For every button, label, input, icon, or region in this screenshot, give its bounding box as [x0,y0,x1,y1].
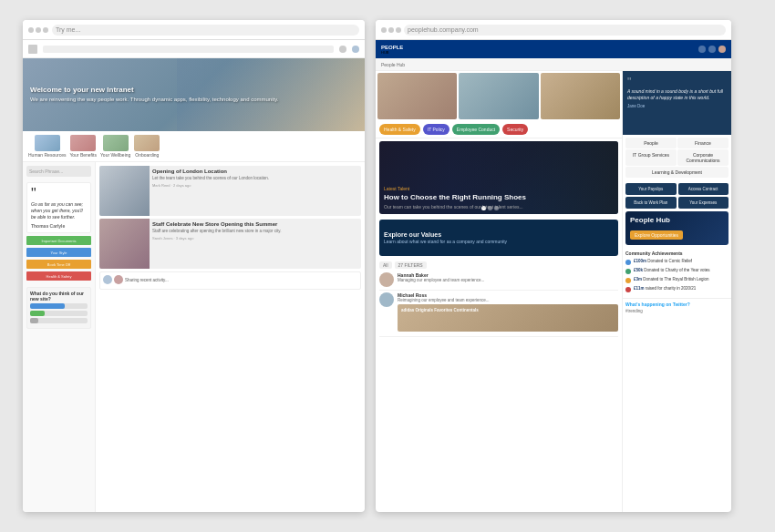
btn-payslips[interactable]: Your Payslips [625,183,677,195]
right-nav-icon-user[interactable] [718,46,726,53]
article-card-1[interactable]: Opening of London Location Let the team … [99,166,361,216]
browser-dot-2 [36,27,41,33]
browser-url[interactable]: Try me... [52,25,359,36]
pill-it-policy[interactable]: IT Policy [423,124,450,135]
left-browser-panel: Try me... Welcome to your new Intranet W… [23,20,365,512]
category-hr[interactable]: Human Resources [28,135,66,158]
feed-item-1: Hannah Baker Managing our employee and t… [379,272,618,291]
btn-important-docs[interactable]: Important Documents [26,236,91,245]
browser-dot-1 [28,27,34,33]
right-browser-panel: peoplehub.company.com PEOPLE HUB People … [376,20,731,512]
feed-avatar-2 [379,292,394,307]
pill-security[interactable]: Security [502,124,528,135]
right-dot-2 [388,27,394,33]
hero-title-block: Welcome to your new Intranet We are rein… [30,86,278,104]
btn-contract[interactable]: Access Contract [678,183,729,195]
nav-link-it[interactable]: IT Group Services [625,149,677,166]
user-icon[interactable] [352,46,359,53]
category-wellbeing[interactable]: Your Wellbeing [100,135,130,158]
right-breadcrumb: People Hub [376,58,731,71]
right-browser-topbar: peoplehub.company.com [376,20,731,40]
quick-action-buttons: Your Payslips Access Contract Back to Wo… [623,180,731,211]
right-center-content: Health & Safety IT Policy Employee Condu… [376,71,622,512]
article-image-2 [99,219,150,269]
social-block-left: Sharing recent activity... [99,271,361,290]
banner-row [376,71,622,121]
category-benefits[interactable]: Your Benefits [69,135,97,158]
nav-link-learning[interactable]: Learning & Development [625,167,728,178]
banner-wellbeing [377,73,457,119]
filter-count[interactable]: 27 FILTERS [395,261,427,269]
people-hub-block[interactable]: People Hub Explore Opportunities [625,211,728,245]
achievement-1: £100m Donated to Comic Relief [625,259,728,265]
achievement-4: £11m raised for charity in 2020/21 [625,286,728,292]
right-dot-3 [396,27,401,33]
banner-benefits [459,73,538,119]
category-row: Human Resources Your Benefits Your Wellb… [23,131,365,162]
right-nav-icon-bell[interactable] [708,46,716,53]
btn-your-style[interactable]: Your Style [26,248,91,257]
left-nav-bar [23,40,365,58]
article-image-1 [99,166,150,216]
nav-link-finance[interactable]: Finance [677,138,728,148]
avatar-sm-1 [103,275,112,284]
left-browser-topbar: Try me... [23,20,365,40]
search-box[interactable]: Search Phrase... [26,166,91,177]
filter-all[interactable]: All [379,261,392,269]
right-nav-icon-search[interactable] [698,46,706,53]
right-dot-1 [381,27,387,33]
article-card-2[interactable]: Staff Celebrate New Store Opening this S… [99,219,361,269]
left-page-content: Welcome to your new Intranet We are rein… [23,58,365,512]
feed-post-image: adidas Originals Favorites Continentals [398,304,618,332]
btn-expenses[interactable]: Your Expenses [678,197,729,209]
category-pills: Health & Safety IT Policy Employee Condu… [376,121,622,138]
achievement-2: £50k Donated to Charity of the Year vote… [625,268,728,274]
right-nav-bar: PEOPLE HUB [376,40,731,58]
achievement-3: £3m Donated to The Royal British Legion [625,277,728,283]
browser-dot-3 [43,27,48,33]
nav-link-corp[interactable]: Corporate Communications [677,149,728,166]
explore-opportunities-button[interactable]: Explore Opportunities [630,230,683,240]
right-browser-url[interactable]: peoplehub.company.com [404,25,726,36]
btn-health-safety[interactable]: Health & Safety [26,271,91,281]
right-topbar-dots [381,27,401,33]
btn-work-plan[interactable]: Back to Work Plan [625,197,677,209]
right-sidebar: " A sound mind in a sound body is a shor… [622,71,731,512]
featured-article[interactable]: Latest Talent How to Choose the Right Ru… [379,141,618,214]
twitter-section: What's happening on Twitter? #trending [623,298,731,316]
category-onboarding[interactable]: Onboarding [134,135,160,158]
nav-links-grid: People Finance IT Group Services Corpora… [623,135,731,180]
community-achievements: Community Achievements £100m Donated to … [623,248,731,298]
banner-onboarding [541,73,620,119]
feed-item-2: Michael Ross Reimagining our employee an… [379,292,618,337]
social-feed: All 27 FILTERS Hannah Baker Managing our… [376,259,622,340]
brand-logo: PEOPLE HUB [381,45,403,55]
search-icon[interactable] [339,46,346,53]
avatar-sm-2 [114,275,123,284]
hero-banner: Welcome to your new Intranet We are rein… [23,58,365,131]
pill-employee-conduct[interactable]: Employee Conduct [452,124,500,135]
articles-area: Opening of London Location Let the team … [96,162,365,512]
pill-health-safety[interactable]: Health & Safety [379,124,420,135]
quote-banner: " A sound mind in a sound body is a shor… [623,71,731,135]
feed-avatar-1 [379,272,394,287]
quote-block: " Go as far as you can see; when you get… [26,182,91,233]
nav-link-people[interactable]: People [625,138,677,148]
btn-book-time-off[interactable]: Book Time Off [26,260,91,269]
left-sidebar: Search Phrase... " Go as far as you can … [23,162,96,512]
poll-block: What do you think of our new site? [26,287,91,329]
hamburger-icon[interactable] [28,45,37,54]
explore-values-block[interactable]: Explore our Values Learn about what we s… [379,220,618,256]
